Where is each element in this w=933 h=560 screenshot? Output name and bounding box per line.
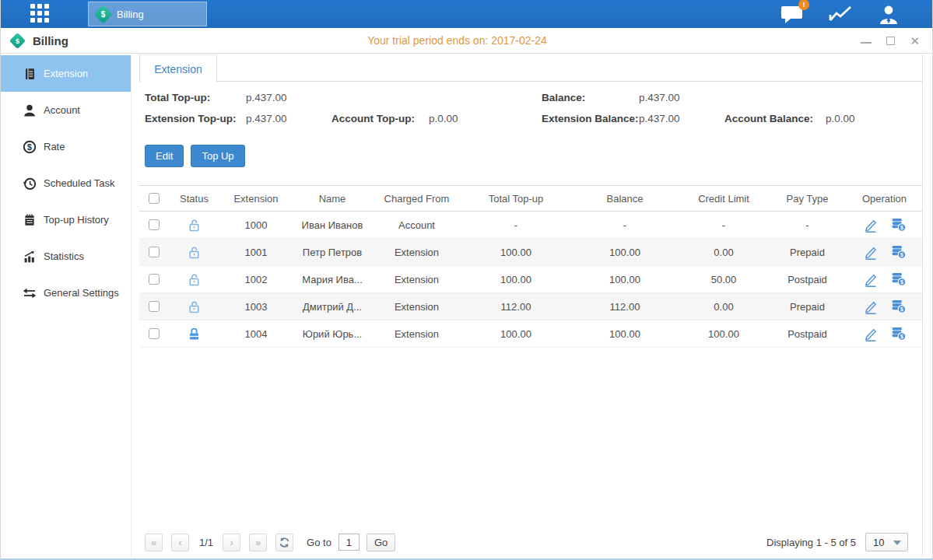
sidebar-item-extension[interactable]: Extension: [1, 55, 131, 92]
bar-chart-icon: [23, 250, 37, 264]
extension-balance-value: p.437.00: [639, 113, 724, 124]
cell-operation: $: [847, 239, 922, 266]
table-header-row: Status Extension Name Charged From Total…: [139, 186, 922, 212]
edit-button[interactable]: Edit: [145, 145, 184, 167]
sidebar-item-general-settings[interactable]: General Settings: [1, 275, 131, 311]
person-icon: [23, 103, 37, 117]
table-row[interactable]: 1002Мария Ива...Extension100.00100.0050.…: [139, 266, 922, 293]
col-total-topup[interactable]: Total Top-up: [461, 186, 570, 212]
app-window: $ Billing !: [0, 0, 933, 560]
cell-pay-type: Prepaid: [768, 293, 847, 320]
last-page-button[interactable]: »: [249, 534, 267, 551]
row-checkbox[interactable]: [149, 301, 160, 312]
refresh-icon: [279, 537, 290, 548]
cell-charged-from: Account: [372, 212, 461, 239]
col-pay-type[interactable]: Pay Type: [768, 186, 847, 212]
tab-extension[interactable]: Extension: [139, 54, 217, 82]
edit-icon[interactable]: [863, 244, 879, 260]
table-row[interactable]: 1004Юрий Юрь...Extension100.00100.00100.…: [139, 320, 922, 348]
table-row[interactable]: 1001Петр ПетровExtension100.00100.000.00…: [139, 239, 922, 266]
select-all-checkbox[interactable]: [149, 193, 160, 204]
cell-charged-from: Extension: [372, 320, 461, 348]
next-page-button[interactable]: ›: [223, 534, 240, 551]
reports-chart-icon[interactable]: [829, 4, 853, 24]
goto-label: Go to: [307, 537, 331, 548]
sidebar-item-account[interactable]: Account: [1, 92, 131, 128]
topup-icon[interactable]: $: [891, 299, 907, 313]
topup-icon[interactable]: $: [891, 245, 907, 259]
topup-icon[interactable]: $: [891, 218, 907, 232]
maximize-icon[interactable]: [886, 37, 895, 45]
table-row[interactable]: 1003Дмитрий Д...Extension112.00112.000.0…: [139, 293, 922, 320]
go-button[interactable]: Go: [367, 534, 395, 551]
edit-icon[interactable]: [863, 326, 879, 341]
chat-icon[interactable]: !: [780, 4, 804, 24]
lock-closed-icon[interactable]: [188, 327, 201, 341]
first-page-button[interactable]: «: [145, 534, 163, 551]
window-controls: ✕: [861, 28, 920, 54]
page-indicator: 1/1: [199, 537, 213, 548]
sidebar-item-rate[interactable]: $ Rate: [1, 128, 131, 165]
user-account-icon[interactable]: [878, 4, 900, 25]
sidebar-item-scheduled-task[interactable]: Scheduled Task: [1, 165, 131, 201]
topup-icon[interactable]: $: [891, 327, 907, 341]
edit-icon[interactable]: [863, 271, 879, 287]
extensions-table: Status Extension Name Charged From Total…: [139, 185, 922, 348]
transfer-arrows-icon: [23, 286, 37, 300]
cell-balance: 112.00: [570, 293, 679, 320]
cell-credit-limit: 0.00: [679, 239, 768, 266]
lock-open-icon[interactable]: [188, 273, 201, 286]
total-topup-label: Total Top-up:: [145, 92, 246, 103]
row-checkbox[interactable]: [149, 219, 160, 230]
account-topup-label: Account Top-up:: [331, 113, 429, 124]
col-extension[interactable]: Extension: [219, 186, 293, 212]
lock-open-icon[interactable]: [188, 300, 201, 313]
window-title-bar: $ Billing Your trial period ends on: 201…: [1, 28, 932, 54]
cell-total-topup: 100.00: [461, 266, 570, 293]
edit-icon[interactable]: [863, 217, 879, 233]
col-status[interactable]: Status: [169, 186, 219, 212]
row-checkbox[interactable]: [149, 274, 160, 285]
row-checkbox[interactable]: [149, 247, 160, 257]
taskbar-tab-billing[interactable]: $ Billing: [88, 2, 207, 26]
page-size-select[interactable]: 10: [865, 533, 908, 551]
account-topup-value: p.0.00: [429, 113, 542, 124]
col-name[interactable]: Name: [293, 186, 372, 212]
close-icon[interactable]: ✕: [910, 34, 920, 48]
displaying-status: Displaying 1 - 5 of 5: [766, 537, 856, 548]
trial-notice: Your trial period ends on: 2017-02-24: [367, 34, 547, 47]
table-row[interactable]: 1000Иван ИвановAccount----$: [139, 212, 922, 239]
cell-name: Петр Петров: [293, 239, 372, 266]
sidebar-item-label: Top-up History: [44, 214, 109, 226]
app-launcher-icon[interactable]: [30, 4, 51, 24]
sidebar-item-label: Extension: [44, 68, 88, 79]
action-buttons: Edit Top Up: [139, 145, 922, 167]
edit-icon[interactable]: [863, 299, 879, 314]
cell-extension: 1003: [219, 293, 293, 320]
prev-page-button[interactable]: ‹: [171, 534, 189, 551]
tab-strip: Extension: [139, 54, 922, 82]
lock-open-icon[interactable]: [188, 219, 201, 232]
sidebar: Extension Account $ Rate Scheduled Task: [1, 54, 132, 557]
minimize-icon[interactable]: [861, 39, 872, 44]
cell-total-topup: 100.00: [461, 320, 570, 348]
billing-summary: Total Top-up: p.437.00 Balance: p.437.00…: [139, 92, 922, 124]
goto-page-input[interactable]: [338, 534, 360, 551]
cell-name: Иван Иванов: [293, 212, 372, 239]
cell-total-topup: -: [461, 212, 570, 239]
lock-open-icon[interactable]: [188, 246, 201, 259]
cell-extension: 1000: [219, 212, 293, 239]
sidebar-item-statistics[interactable]: Statistics: [1, 238, 131, 275]
top-up-button[interactable]: Top Up: [191, 145, 244, 167]
cell-operation: $: [847, 266, 922, 293]
col-credit-limit[interactable]: Credit Limit: [679, 186, 768, 212]
col-balance[interactable]: Balance: [570, 186, 679, 212]
row-checkbox[interactable]: [149, 328, 160, 339]
col-charged-from[interactable]: Charged From: [372, 186, 461, 212]
sidebar-item-topup-history[interactable]: Top-up History: [1, 201, 131, 238]
account-balance-label: Account Balance:: [724, 113, 826, 124]
refresh-button[interactable]: [275, 534, 293, 551]
svg-text:$: $: [900, 225, 903, 231]
cell-charged-from: Extension: [372, 239, 461, 266]
topup-icon[interactable]: $: [891, 272, 907, 286]
